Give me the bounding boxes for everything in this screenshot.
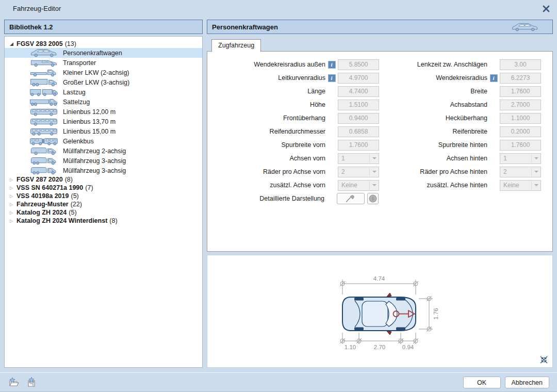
big-truck-icon [28,78,59,87]
dropdown-value: 2 [338,168,369,175]
field-input[interactable]: 4.7400 [338,86,379,97]
field-input[interactable]: 6.2273 [500,73,541,84]
field-label: Reifenbreite [379,128,487,135]
collapsed-icon[interactable] [10,219,17,223]
collapsed-icon[interactable] [10,177,17,182]
collapsed-icon[interactable] [10,186,17,190]
chevron-down-icon[interactable] [369,181,379,190]
field-input[interactable]: 1.7600 [500,86,541,97]
tree-item[interactable]: Müllfahrzeug 2-achsig [5,146,202,156]
field-input[interactable]: 4.9700 [338,73,379,84]
garbage-truck-3-icon [28,156,59,165]
tree-root-item[interactable]: FGSV 287 2020(8) [5,175,202,184]
tree-root-label: FGSV 283 2005 [17,40,63,47]
tree-item[interactable]: Lastzug [5,87,202,97]
car-top-view-drawing [342,293,416,335]
form-row: Wendekreisradius außeni5.8500 [207,58,379,71]
form-row: Detaillierte Darstellung [207,192,379,205]
form-row: Reifendurchmesser0.6858 [207,125,379,138]
tree-root-item[interactable]: Katalog ZH 2024 Winterdienst(8) [5,217,202,225]
tree-item[interactable]: Linienbus 15,00 m [5,126,202,136]
cancel-button[interactable]: Abbrechen [505,377,549,388]
bus-icon [28,107,59,116]
small-truck-icon [28,68,59,77]
tree-item[interactable]: Gelenkbus [5,136,202,146]
field-input[interactable]: 2.7000 [500,100,541,110]
expanded-icon[interactable] [10,42,17,46]
field-input[interactable]: 1.5100 [338,100,379,110]
field-dropdown[interactable]: 2 [338,167,379,177]
field-label: Lenkzeit zw. Anschlägen [379,61,487,68]
fit-view-icon[interactable] [540,356,548,364]
field-dropdown[interactable]: Keine [338,180,379,191]
color-swatch-button[interactable] [367,193,379,204]
field-label: Achsen hinten [379,155,487,162]
field-label: zusätzl. Achse vorn [207,182,325,189]
field-icon-slot: i [325,61,338,69]
field-input[interactable]: 1.7600 [500,140,541,151]
chevron-down-icon[interactable] [369,168,379,176]
tree-item[interactable]: Personenkraftwagen [5,48,202,58]
field-input[interactable]: 3.00 [500,59,541,70]
form-row: Lenkzeit zw. Anschlägen3.00 [379,58,541,71]
tree-root-item[interactable]: Fahrzeug-Muster(22) [5,200,202,208]
tree-root-item[interactable]: Katalog ZH 2024(5) [5,208,202,217]
save-library-button[interactable] [26,377,38,387]
field-label: Leitkurvenradius [207,74,325,81]
tree-root-label: FGSV 287 2020 [17,176,63,183]
info-icon[interactable]: i [328,61,336,69]
field-input[interactable]: 1.7600 [338,140,379,151]
tree-item[interactable]: Transporter [5,58,202,68]
field-input[interactable]: 0.9400 [338,113,379,124]
tree-root-item[interactable]: VSS SN 640271a 1990(7) [5,184,202,192]
tab-zugfahrzeug[interactable]: Zugfahrzeug [211,39,261,52]
tree-item-label: Linienbus 15,00 m [63,128,116,135]
tree-root-item[interactable]: VSS 40198a 2019(5) [5,192,202,200]
field-label: Räder pro Achse vorn [207,168,325,175]
form-row: Achsen hinten1 [379,152,541,165]
pick-style-button[interactable] [337,193,365,204]
collapsed-icon[interactable] [10,210,17,215]
field-input[interactable]: 0.6858 [338,126,379,137]
tree-item[interactable]: Linienbus 13,70 m [5,117,202,126]
chevron-down-icon[interactable] [369,154,379,163]
tree-item[interactable]: Müllfahrzeug 3-achsig [5,166,202,175]
tree-item[interactable]: Linienbus 12,00 m [5,107,202,117]
truck-trailer-icon [28,88,59,96]
tree-item-label: Müllfahrzeug 3-achsig [63,167,126,174]
field-dropdown[interactable]: 1 [500,153,541,164]
van-icon [28,58,59,67]
close-icon[interactable] [542,5,550,13]
field-label: Räder pro Achse hinten [379,168,487,175]
dropdown-value: 1 [500,155,531,162]
tree-item[interactable]: Kleiner LKW (2-achsig) [5,68,202,77]
chevron-down-icon[interactable] [531,154,540,163]
form-row: Spurbreite vorn1.7600 [207,138,379,152]
info-icon[interactable]: i [328,74,336,82]
field-input[interactable]: 1.1000 [500,113,541,124]
field-dropdown[interactable]: 1 [338,153,379,164]
tree-root-count: (8) [109,217,117,224]
field-dropdown[interactable]: Keine [500,180,541,191]
field-label: Breite [379,88,487,95]
field-label: Achsabstand [379,101,487,108]
tree-item-label: Linienbus 13,70 m [63,118,116,125]
open-library-button[interactable] [8,377,20,387]
field-label: Frontüberhang [207,115,325,122]
tree-item[interactable]: Müllfahrzeug 3-achsig [5,156,202,166]
tree-item[interactable]: Großer LKW (3-achsig) [5,77,202,87]
collapsed-icon[interactable] [10,194,17,199]
field-input[interactable]: 5.8500 [338,59,379,70]
tree-item-label: Lastzug [63,89,86,96]
tree-item[interactable]: Sattelzug [5,97,202,107]
chevron-down-icon[interactable] [531,181,540,190]
field-dropdown[interactable]: 2 [500,167,541,177]
info-icon[interactable]: i [490,74,498,82]
tree-root-item[interactable]: FGSV 283 2005(13) [5,40,202,48]
field-input[interactable]: 0.2000 [500,126,541,137]
form-column-right: Lenkzeit zw. Anschlägen3.00Wendekreisrad… [379,58,541,192]
field-label: Detaillierte Darstellung [207,195,324,202]
collapsed-icon[interactable] [10,202,17,207]
chevron-down-icon[interactable] [531,168,540,176]
ok-button[interactable]: OK [463,377,501,388]
